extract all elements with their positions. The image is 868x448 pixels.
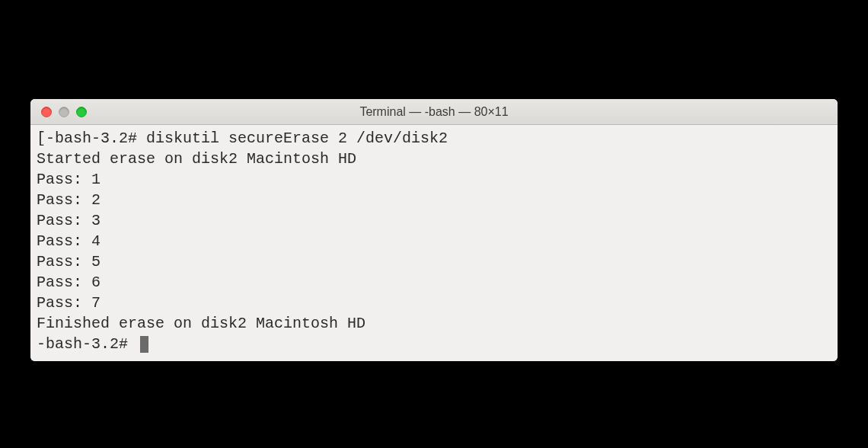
terminal-line: Pass: 7 [37, 293, 831, 313]
terminal-prompt-line[interactable]: -bash-3.2# [37, 334, 831, 354]
terminal-line: Pass: 2 [37, 190, 831, 210]
window-title: Terminal — -bash — 80×11 [30, 105, 838, 119]
window-titlebar[interactable]: Terminal — -bash — 80×11 [30, 99, 838, 125]
close-icon[interactable] [41, 107, 52, 117]
terminal-line: Pass: 3 [37, 210, 831, 231]
terminal-line: Finished erase on disk2 Macintosh HD [37, 313, 831, 334]
terminal-line: [-bash-3.2# diskutil secureErase 2 /dev/… [37, 128, 831, 149]
terminal-line: Pass: 6 [37, 272, 831, 293]
terminal-line: Started erase on disk2 Macintosh HD [37, 149, 831, 169]
terminal-body[interactable]: [-bash-3.2# diskutil secureErase 2 /dev/… [30, 125, 838, 361]
cursor-icon [140, 336, 148, 353]
minimize-icon[interactable] [59, 107, 69, 117]
maximize-icon[interactable] [76, 107, 87, 117]
terminal-line: Pass: 1 [37, 169, 831, 190]
terminal-line: Pass: 4 [37, 231, 831, 251]
terminal-window: Terminal — -bash — 80×11 [-bash-3.2# dis… [30, 99, 838, 361]
terminal-prompt: -bash-3.2# [37, 334, 137, 354]
traffic-lights [30, 107, 87, 117]
terminal-line: Pass: 5 [37, 251, 831, 272]
